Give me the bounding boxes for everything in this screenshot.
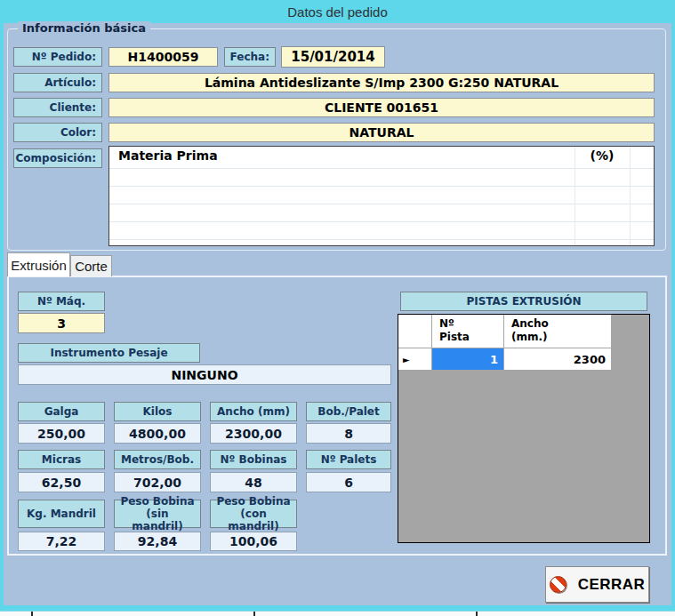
fecha-label: Fecha: [224, 47, 276, 67]
extrusion-tab-panel [7, 276, 667, 556]
composicion-col-materia-prima: Materia Prima [118, 148, 218, 163]
grid-tick [31, 612, 33, 616]
cliente-label: Cliente: [13, 98, 102, 117]
color-label: Color: [13, 123, 102, 142]
window-title: Datos del pedido [287, 4, 388, 20]
composicion-header-row: Materia Prima (%) [109, 147, 654, 169]
basic-info-legend: Información básica [18, 21, 150, 35]
cliente-value[interactable]: CLIENTE 001651 [108, 98, 655, 117]
close-button[interactable]: CERRAR [545, 566, 649, 603]
tab-extrusion[interactable]: Extrusión [7, 252, 70, 276]
tab-corte[interactable]: Corte [70, 255, 112, 276]
no-entry-icon [550, 576, 567, 593]
articulo-label: Artículo: [13, 73, 102, 92]
title-bar: Datos del pedido [0, 0, 675, 23]
fecha-value[interactable]: 15/01/2014 [281, 46, 385, 68]
composicion-table[interactable]: Materia Prima (%) [108, 146, 655, 246]
grid-tick [476, 612, 478, 616]
composicion-col-percent: (%) [575, 148, 630, 163]
composicion-label: Composición: [13, 148, 102, 168]
background-grid-strip [0, 611, 675, 616]
pedido-label: Nº Pedido: [13, 47, 102, 67]
order-data-dialog: Datos del pedido Información básica Nº P… [0, 0, 675, 616]
color-value[interactable]: NATURAL [108, 123, 655, 142]
composicion-column-divider [630, 147, 631, 245]
articulo-value[interactable]: Lámina Antideslizante S/Imp 2300 G:250 N… [108, 73, 655, 92]
close-button-label: CERRAR [578, 576, 646, 594]
grid-tick [253, 612, 255, 616]
pedido-value[interactable]: H1400059 [108, 47, 218, 67]
composicion-body [109, 169, 654, 245]
composicion-column-divider [575, 147, 575, 245]
